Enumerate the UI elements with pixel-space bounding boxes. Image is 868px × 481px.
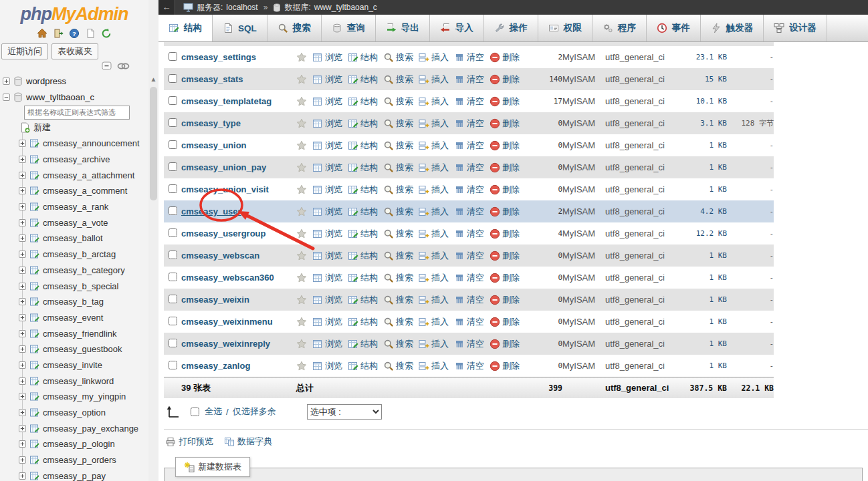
tree-table-link[interactable]: cmseasy_pay_exchange [43,424,138,434]
action-structure-link[interactable]: 结构 [348,206,378,218]
action-empty-link[interactable]: 清空 [454,206,484,218]
action-search-link[interactable]: 搜索 [383,206,413,218]
expand-plus-icon[interactable] [19,187,26,194]
expand-plus-icon[interactable] [19,472,26,480]
action-drop-link[interactable]: 删除 [490,272,520,284]
row-checkbox[interactable] [169,140,177,149]
unlink-icon[interactable] [117,62,130,70]
tab-favorites[interactable]: 表收藏夹 [51,43,98,59]
action-drop-link[interactable]: 删除 [490,206,520,218]
favorite-star-icon[interactable] [296,184,307,194]
expand-plus-icon[interactable] [19,298,26,305]
row-checkbox[interactable] [169,162,177,171]
expand-plus-icon[interactable] [19,393,26,400]
action-empty-link[interactable]: 清空 [454,73,484,86]
row-checkbox[interactable] [169,96,177,105]
action-drop-link[interactable]: 删除 [490,228,520,240]
tree-table-link[interactable]: cmseasy_b_tag [43,297,104,307]
tree-table-link[interactable]: cmseasy_option [43,408,106,418]
favorite-star-icon[interactable] [296,52,307,62]
action-search-link[interactable]: 搜索 [383,51,413,63]
action-browse-link[interactable]: 浏览 [312,228,342,240]
refresh-icon[interactable] [101,28,112,39]
action-search-link[interactable]: 搜索 [383,360,413,372]
action-empty-link[interactable]: 清空 [454,294,484,306]
row-checkbox[interactable] [169,118,177,127]
action-search-link[interactable]: 搜索 [383,118,413,130]
tree-table-link[interactable]: cmseasy_b_arctag [43,249,116,259]
expand-plus-icon[interactable] [19,456,26,464]
tree-table-link[interactable]: cmseasy_my_yingpin [43,391,126,402]
table-name-link[interactable]: cmseasy_templatetag [181,96,272,106]
action-browse-link[interactable]: 浏览 [312,338,342,350]
row-checkbox[interactable] [169,251,177,259]
expand-plus-icon[interactable] [19,267,26,274]
favorite-star-icon[interactable] [296,74,307,84]
favorite-star-icon[interactable] [296,162,307,172]
expand-plus-icon[interactable] [19,156,26,163]
row-checkbox[interactable] [169,52,177,61]
data-dictionary-link[interactable]: 数据字典 [224,436,272,448]
action-search-link[interactable]: 搜索 [383,250,413,262]
expand-plus-icon[interactable] [19,283,26,290]
action-drop-link[interactable]: 删除 [490,316,520,328]
row-checkbox[interactable] [169,339,177,347]
help-icon[interactable]: ? [69,28,80,39]
action-drop-link[interactable]: 删除 [490,338,520,350]
tab-recent[interactable]: 近期访问 [1,43,48,59]
action-browse-link[interactable]: 浏览 [312,51,342,63]
action-insert-link[interactable]: 插入 [419,51,449,63]
row-checkbox[interactable] [169,74,177,83]
action-structure-link[interactable]: 结构 [348,184,378,196]
action-search-link[interactable]: 搜索 [383,228,413,240]
create-table-legend[interactable]: 新建数据表 [175,457,250,477]
action-insert-link[interactable]: 插入 [419,73,449,86]
table-name-link[interactable]: cmseasy_webscan [181,251,259,261]
database-link[interactable]: www_tyltbaoan_c [314,3,377,12]
action-drop-link[interactable]: 删除 [490,250,520,262]
expand-plus-icon[interactable] [19,409,26,416]
action-insert-link[interactable]: 插入 [419,316,449,328]
print-view-link[interactable]: 打印预览 [165,436,213,448]
action-structure-link[interactable]: 结构 [348,162,378,174]
action-insert-link[interactable]: 插入 [419,184,449,196]
favorite-star-icon[interactable] [296,295,307,305]
action-insert-link[interactable]: 插入 [419,360,449,372]
tree-table-link[interactable]: cmseasy_a_attachment [43,170,134,180]
tab-程序[interactable]: 程序 [592,15,647,41]
action-drop-link[interactable]: 删除 [490,140,520,152]
action-search-link[interactable]: 搜索 [383,316,413,328]
action-drop-link[interactable]: 删除 [490,96,520,108]
action-drop-link[interactable]: 删除 [490,294,520,306]
tab-事件[interactable]: 事件 [647,15,701,41]
tab-搜索[interactable]: 搜索 [267,15,322,41]
favorite-star-icon[interactable] [296,206,307,216]
action-insert-link[interactable]: 插入 [419,140,449,152]
action-search-link[interactable]: 搜索 [383,184,413,196]
table-name-link[interactable]: cmseasy_weixinreply [181,339,270,349]
action-insert-link[interactable]: 插入 [419,96,449,108]
action-search-link[interactable]: 搜索 [383,272,413,284]
tree-table-link[interactable]: cmseasy_a_vote [43,218,108,228]
action-structure-link[interactable]: 结构 [348,316,378,328]
action-search-link[interactable]: 搜索 [383,294,413,306]
action-structure-link[interactable]: 结构 [348,272,378,284]
collapse-minus-icon[interactable] [3,94,10,101]
action-browse-link[interactable]: 浏览 [312,250,342,262]
check-all-link[interactable]: 全选 [205,406,222,418]
row-checkbox[interactable] [169,273,177,281]
action-insert-link[interactable]: 插入 [419,294,449,306]
tab-触发器[interactable]: 触发器 [701,15,764,41]
tree-table-link[interactable]: cmseasy_a_comment [43,186,127,196]
action-empty-link[interactable]: 清空 [454,162,484,174]
action-empty-link[interactable]: 清空 [454,118,484,130]
action-insert-link[interactable]: 插入 [419,162,449,174]
expand-plus-icon[interactable] [19,203,26,210]
action-drop-link[interactable]: 删除 [490,73,520,86]
action-browse-link[interactable]: 浏览 [312,140,342,152]
action-search-link[interactable]: 搜索 [383,140,413,152]
table-name-link[interactable]: cmseasy_weixinmenu [181,317,273,327]
tree-table-link[interactable]: cmseasy_invite [43,360,102,370]
row-checkbox[interactable] [169,206,177,215]
action-structure-link[interactable]: 结构 [348,294,378,306]
